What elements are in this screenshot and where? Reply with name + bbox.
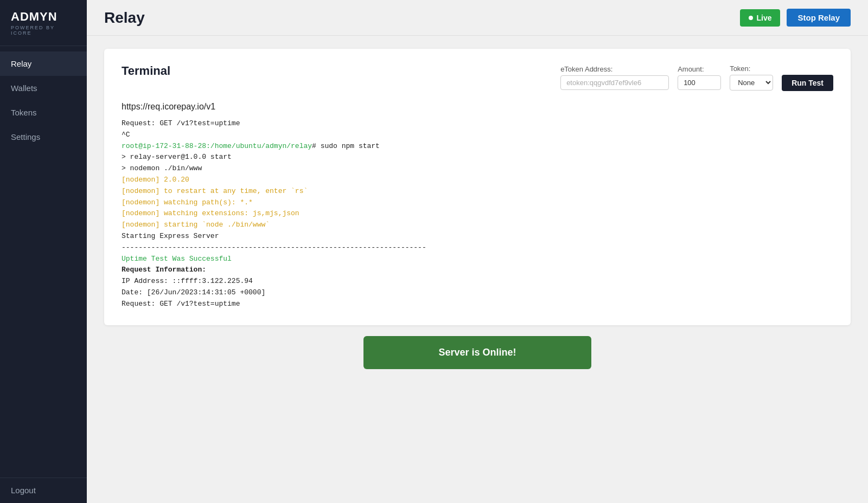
etoken-input[interactable] bbox=[560, 75, 669, 90]
amount-label: Amount: bbox=[678, 65, 721, 73]
terminal-output-line: > relay-server@1.0.0 start bbox=[122, 152, 833, 163]
terminal-output-line: Request: GET /v1?test=uptime bbox=[122, 299, 833, 310]
server-online-banner: Server is Online! bbox=[363, 336, 591, 369]
logout-area: Logout bbox=[0, 478, 87, 503]
terminal-header: Terminal eToken Address: Amount: Token: … bbox=[122, 64, 833, 91]
token-label: Token: bbox=[730, 65, 773, 73]
sidebar: ADMYN POWERED BY ICORE Relay Wallets Tok… bbox=[0, 0, 87, 503]
terminal-output-line: Starting Express Server bbox=[122, 231, 833, 242]
terminal-output-line: Request Information: bbox=[122, 265, 833, 276]
terminal-card: Terminal eToken Address: Amount: Token: … bbox=[104, 49, 851, 325]
terminal-controls: eToken Address: Amount: Token: None Run … bbox=[560, 64, 833, 91]
content-area: Terminal eToken Address: Amount: Token: … bbox=[87, 36, 868, 503]
logo-sub: POWERED BY ICORE bbox=[11, 25, 76, 36]
run-test-button[interactable]: Run Test bbox=[782, 75, 833, 91]
terminal-output-line: > nodemon ./bin/www bbox=[122, 163, 833, 175]
main-area: Relay Live Stop Relay Terminal eToken Ad… bbox=[87, 0, 868, 503]
terminal-output-line: ----------------------------------------… bbox=[122, 242, 833, 254]
terminal-output-line: [nodemon] watching extensions: js,mjs,js… bbox=[122, 208, 833, 220]
terminal-output-line: [nodemon] to restart at any time, enter … bbox=[122, 186, 833, 197]
terminal-title: Terminal bbox=[122, 64, 170, 78]
terminal-output-line: Request: GET /v1?test=uptime bbox=[122, 118, 833, 130]
topbar: Relay Live Stop Relay bbox=[87, 0, 868, 36]
live-badge: Live bbox=[740, 9, 780, 27]
logo: ADMYN bbox=[11, 10, 76, 24]
live-label: Live bbox=[756, 14, 771, 22]
terminal-url: https://req.icorepay.io/v1 bbox=[122, 102, 833, 112]
page-title: Relay bbox=[104, 9, 145, 27]
token-select[interactable]: None bbox=[730, 75, 773, 91]
terminal-output-line: IP Address: ::ffff:3.122.225.94 bbox=[122, 276, 833, 287]
terminal-output: Request: GET /v1?test=uptime^Croot@ip-17… bbox=[122, 118, 833, 310]
token-group: Token: None bbox=[730, 65, 773, 91]
terminal-output-line: ^C bbox=[122, 130, 833, 141]
terminal-output-line: [nodemon] watching path(s): *.* bbox=[122, 197, 833, 209]
sidebar-item-relay[interactable]: Relay bbox=[0, 51, 87, 76]
sidebar-item-wallets[interactable]: Wallets bbox=[0, 76, 87, 100]
nav-items: Relay Wallets Tokens Settings bbox=[0, 46, 87, 478]
etoken-group: eToken Address: bbox=[560, 65, 669, 90]
stop-relay-button[interactable]: Stop Relay bbox=[787, 9, 851, 27]
topbar-actions: Live Stop Relay bbox=[740, 9, 851, 27]
amount-group: Amount: bbox=[678, 65, 721, 90]
terminal-output-line: [nodemon] 2.0.20 bbox=[122, 175, 833, 186]
terminal-output-line: Uptime Test Was Successful bbox=[122, 254, 833, 265]
live-dot-icon bbox=[749, 16, 753, 20]
amount-input[interactable] bbox=[678, 75, 721, 90]
terminal-output-line: root@ip-172-31-88-28:/home/ubuntu/admyn/… bbox=[122, 141, 833, 152]
logout-button[interactable]: Logout bbox=[11, 486, 36, 495]
logo-area: ADMYN POWERED BY ICORE bbox=[0, 0, 87, 46]
terminal-output-line: Date: [26/Jun/2023:14:31:05 +0000] bbox=[122, 287, 833, 299]
terminal-output-line: [nodemon] starting `node ./bin/www` bbox=[122, 220, 833, 231]
sidebar-item-settings[interactable]: Settings bbox=[0, 125, 87, 149]
sidebar-item-tokens[interactable]: Tokens bbox=[0, 100, 87, 125]
etoken-label: eToken Address: bbox=[560, 65, 669, 73]
